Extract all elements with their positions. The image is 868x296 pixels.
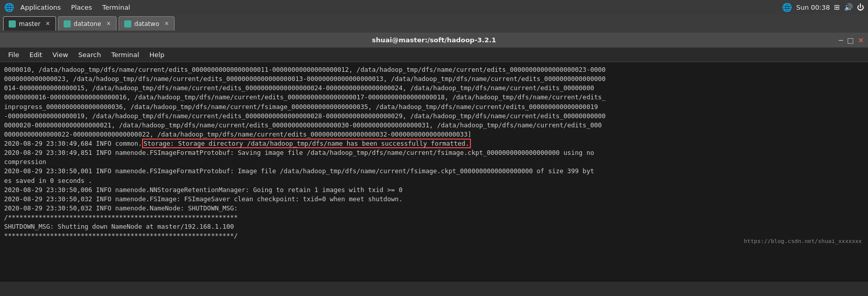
close-button[interactable]: ✕ <box>858 36 864 44</box>
menu-search[interactable]: Search <box>74 49 105 60</box>
tab-datatwo[interactable]: datatwo ✕ <box>119 16 175 31</box>
clock-display: Sun 00:38 <box>796 4 830 11</box>
terminal-line: 2020-08-29 23:30:50,032 INFO namenode.FS… <box>4 195 864 204</box>
tab-datatone-icon <box>64 20 71 28</box>
maximize-button[interactable]: □ <box>847 36 854 44</box>
terminal-line: 00000000016-00000000000000000016, /data/… <box>4 93 864 102</box>
terminal-line: inprogress_00000000000000000036, /data/h… <box>4 102 864 112</box>
terminal-line: ****************************************… <box>4 231 864 240</box>
globe-icon: 🌐 <box>4 3 14 12</box>
menu-terminal[interactable]: Terminal <box>107 49 143 60</box>
terminal-output: 0000010, /data/hadoop_tmp/dfs/name/curre… <box>0 62 868 282</box>
menu-help[interactable]: Help <box>145 49 169 60</box>
tab-bar: master ✕ datatone ✕ datatwo ✕ <box>0 14 868 33</box>
titlebar-controls: ─ □ ✕ <box>839 36 864 44</box>
speaker-icon: 🔊 <box>844 3 853 11</box>
menu-file[interactable]: File <box>4 49 23 60</box>
sysbar-left: 🌐 Applications Places Terminal <box>4 3 134 12</box>
minimize-button[interactable]: ─ <box>839 36 843 44</box>
network-icon: ⊞ <box>834 3 840 11</box>
terminal-line: 2020-08-29 23:30:50,006 INFO namenode.NN… <box>4 185 864 195</box>
tab-master-icon <box>9 20 16 28</box>
terminal-line: 0000000000000023, /data/hadoop_tmp/dfs/n… <box>4 74 864 84</box>
url-hint: https://blog.csdn.net/shuai_xxxxxxx <box>744 237 864 246</box>
places-menu[interactable]: Places <box>67 3 96 12</box>
tab-master[interactable]: master ✕ <box>3 16 56 31</box>
terminal-line: SHUTDOWN_MSG: Shutting down NameNode at … <box>4 222 864 231</box>
terminal-menubar: File Edit View Search Terminal Help <box>0 48 868 62</box>
terminal-line: 2020-08-29 23:30:50,001 INFO namenode.FS… <box>4 167 864 176</box>
terminal-line: compression <box>4 157 864 167</box>
terminal-line-highlighted: 2020-08-29 23:30:49,684 INFO common.Stor… <box>4 139 864 148</box>
tab-datatone-label: datatone <box>74 20 101 28</box>
power-icon[interactable]: ⏻ <box>857 3 864 11</box>
terminal-line: 2020-08-29 23:30:50,032 INFO namenode.Na… <box>4 204 864 213</box>
menu-edit[interactable]: Edit <box>25 49 46 60</box>
tab-master-label: master <box>19 20 40 28</box>
terminal-line: es saved in 0 seconds . <box>4 176 864 185</box>
terminal-menu[interactable]: Terminal <box>98 3 134 12</box>
terminal-line: 0000010, /data/hadoop_tmp/dfs/name/curre… <box>4 65 864 74</box>
tab-datatone[interactable]: datatone ✕ <box>58 16 117 31</box>
tab-datatwo-close[interactable]: ✕ <box>164 20 169 27</box>
terminal-line: /***************************************… <box>4 213 864 222</box>
tab-datatwo-label: datatwo <box>134 20 159 28</box>
terminal-line: 014-00000000000000015, /data/hadoop_tmp/… <box>4 84 864 93</box>
terminal-line: 2020-08-29 23:30:49,851 INFO namenode.FS… <box>4 148 864 157</box>
system-taskbar: 🌐 Applications Places Terminal 🌐 Sun 00:… <box>0 0 868 14</box>
terminal-line: -00000000000000000019, /data/hadoop_tmp/… <box>4 112 864 121</box>
tab-datatwo-icon <box>124 20 131 28</box>
menu-view[interactable]: View <box>48 49 72 60</box>
applications-menu[interactable]: Applications <box>16 3 65 12</box>
titlebar: shuai@master:/soft/hadoop-3.2.1 ─ □ ✕ <box>0 33 868 48</box>
sysbar-right: 🌐 Sun 00:38 ⊞ 🔊 ⏻ <box>782 3 864 12</box>
highlight-storage-message: Storage: Storage directory /data/hadoop_… <box>142 139 471 148</box>
globe-icon-right: 🌐 <box>782 3 792 12</box>
terminal-line: 00000000000000022-00000000000000000022, … <box>4 130 864 139</box>
tab-datatone-close[interactable]: ✕ <box>106 20 111 27</box>
titlebar-text: shuai@master:/soft/hadoop-3.2.1 <box>372 36 496 44</box>
terminal-line: 0000020-00000000000000000021, /data/hado… <box>4 121 864 130</box>
tab-master-close[interactable]: ✕ <box>45 20 50 27</box>
